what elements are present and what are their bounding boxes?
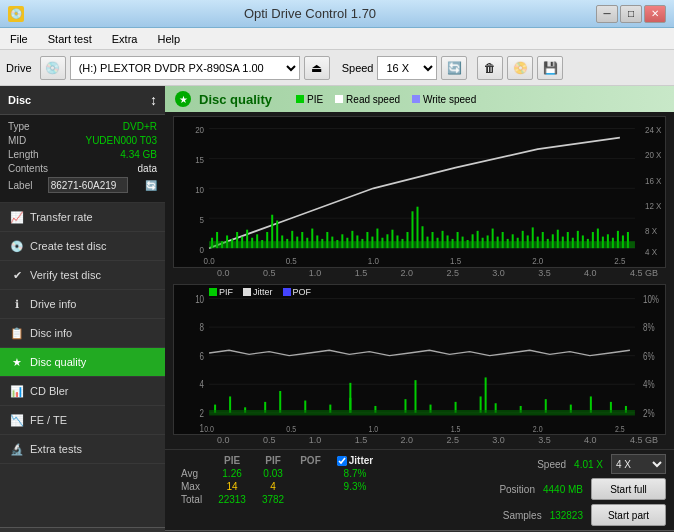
menu-extra[interactable]: Extra	[106, 31, 144, 47]
position-label: Position	[499, 484, 535, 495]
disc-quality-icon: ★	[10, 355, 24, 369]
avg-label: Avg	[173, 467, 210, 480]
refresh-button[interactable]: 🔄	[441, 56, 467, 80]
position-row: Position 4440 MB Start full	[499, 478, 666, 500]
svg-text:0.5: 0.5	[286, 256, 297, 267]
stats-total-row: Total 22313 3782	[173, 493, 381, 506]
verify-test-disc-icon: ✔	[10, 268, 24, 282]
stats-max-row: Max 14 4 9.3%	[173, 480, 381, 493]
max-pie: 14	[210, 480, 254, 493]
svg-text:4 X: 4 X	[645, 246, 657, 257]
svg-text:2.0: 2.0	[533, 422, 543, 433]
disc-length-row: Length 4.34 GB	[8, 149, 157, 160]
disc-quality-icon-green: ★	[175, 91, 191, 107]
sidebar-item-drive-info[interactable]: ℹ Drive info	[0, 290, 165, 319]
svg-text:5: 5	[200, 214, 205, 225]
sidebar-item-disc-info[interactable]: 📋 Disc info	[0, 319, 165, 348]
stats-data-table: PIE PIF POF Jitter	[173, 454, 381, 506]
pie-legend-label: PIE	[307, 94, 323, 105]
sidebar-item-extra-tests[interactable]: 🔬 Extra tests	[0, 435, 165, 464]
svg-rect-135	[279, 391, 281, 413]
close-button[interactable]: ✕	[644, 5, 666, 23]
sidebar-item-label: Transfer rate	[30, 211, 93, 223]
sidebar-item-verify-test-disc[interactable]: ✔ Verify test disc	[0, 261, 165, 290]
speed-label: Speed	[342, 62, 374, 74]
svg-text:4: 4	[200, 378, 205, 391]
disc-mid-row: MID YUDEN000 T03	[8, 135, 157, 146]
eject-button[interactable]: ⏏	[304, 56, 330, 80]
menu-help[interactable]: Help	[151, 31, 186, 47]
sidebar-item-fe-te[interactable]: 📉 FE / TE	[0, 406, 165, 435]
stats-avg-row: Avg 1.26 0.03 8.7%	[173, 467, 381, 480]
total-pie: 22313	[210, 493, 254, 506]
stats-right-panel: Speed 4.01 X 4 X8 X16 X Position 4440 MB…	[489, 454, 666, 526]
svg-text:6: 6	[200, 349, 204, 362]
pie-header: PIE	[210, 454, 254, 467]
speed-select[interactable]: 16 X Max 8 X	[377, 56, 437, 80]
status-window-button[interactable]: Status window >>	[0, 527, 165, 532]
drive-select[interactable]: (H:) PLEXTOR DVDR PX-890SA 1.00	[70, 56, 300, 80]
erase-button[interactable]: 🗑	[477, 56, 503, 80]
disc-info-icon: 📋	[10, 326, 24, 340]
sidebar-item-label: FE / TE	[30, 414, 67, 426]
sidebar-item-disc-quality[interactable]: ★ Disc quality	[0, 348, 165, 377]
sidebar-item-label: Create test disc	[30, 240, 106, 252]
main-layout: Disc ↕ Type DVD+R MID YUDEN000 T03 Lengt…	[0, 86, 674, 532]
svg-text:20: 20	[195, 125, 204, 136]
length-label: Length	[8, 149, 39, 160]
max-label: Max	[173, 480, 210, 493]
menu-start-test[interactable]: Start test	[42, 31, 98, 47]
disc-info-panel: Type DVD+R MID YUDEN000 T03 Length 4.34 …	[0, 115, 165, 203]
drive-icon-btn[interactable]: 💿	[40, 56, 66, 80]
type-label: Type	[8, 121, 30, 132]
disc-type-row: Type DVD+R	[8, 121, 157, 132]
jitter-checkbox[interactable]	[337, 456, 347, 466]
max-pif: 4	[254, 480, 292, 493]
maximize-button[interactable]: □	[620, 5, 642, 23]
svg-text:16 X: 16 X	[645, 175, 662, 186]
pif-legend-dot	[209, 288, 217, 296]
sidebar-item-transfer-rate[interactable]: 📈 Transfer rate	[0, 203, 165, 232]
chart2-x-labels: 0.0 0.5 1.0 1.5 2.0 2.5 3.0 3.5 4.0 4.5 …	[173, 435, 666, 445]
svg-text:10: 10	[195, 184, 204, 195]
menu-file[interactable]: File	[4, 31, 34, 47]
jitter-checkbox-label[interactable]: Jitter	[337, 455, 373, 466]
disc-label-row: Label 🔄	[8, 177, 157, 193]
samples-value: 132823	[550, 510, 583, 521]
save-button[interactable]: 💾	[537, 56, 563, 80]
total-pif: 3782	[254, 493, 292, 506]
disc-label-input[interactable]	[48, 177, 128, 193]
length-value: 4.34 GB	[120, 149, 157, 160]
fe-te-icon: 📉	[10, 413, 24, 427]
sidebar-item-create-test-disc[interactable]: 💿 Create test disc	[0, 232, 165, 261]
max-pof	[292, 480, 329, 493]
svg-text:0.0: 0.0	[204, 422, 214, 433]
speed-value: 4.01 X	[574, 459, 603, 470]
svg-text:4%: 4%	[643, 378, 655, 391]
speed-select-stats[interactable]: 4 X8 X16 X	[611, 454, 666, 474]
read-speed-legend-dot	[335, 95, 343, 103]
svg-text:1.0: 1.0	[368, 256, 379, 267]
sidebar-item-label: CD Bler	[30, 385, 69, 397]
sidebar: Disc ↕ Type DVD+R MID YUDEN000 T03 Lengt…	[0, 86, 165, 532]
disc-label-icon[interactable]: 🔄	[145, 180, 157, 191]
svg-text:2.5: 2.5	[615, 422, 625, 433]
svg-text:1.5: 1.5	[450, 256, 461, 267]
samples-row: Samples 132823 Start part	[503, 504, 666, 526]
svg-rect-151	[414, 380, 416, 413]
burn-button[interactable]: 📀	[507, 56, 533, 80]
contents-value: data	[138, 163, 157, 174]
disc-section-header: Disc ↕	[0, 86, 165, 115]
create-test-disc-icon: 💿	[10, 239, 24, 253]
disc-contents-row: Contents data	[8, 163, 157, 174]
pie-chart: 20 15 10 5 0 0.0 0.5 1.0 1.5 2.0 2.5 24 …	[173, 116, 666, 268]
sidebar-item-cd-bler[interactable]: 📊 CD Bler	[0, 377, 165, 406]
minimize-button[interactable]: ─	[596, 5, 618, 23]
pif-header: PIF	[254, 454, 292, 467]
start-part-button[interactable]: Start part	[591, 504, 666, 526]
speed-row: Speed 4.01 X 4 X8 X16 X	[537, 454, 666, 474]
svg-text:10: 10	[195, 292, 204, 305]
pof-header: POF	[292, 454, 329, 467]
svg-rect-107	[209, 241, 635, 248]
start-full-button[interactable]: Start full	[591, 478, 666, 500]
